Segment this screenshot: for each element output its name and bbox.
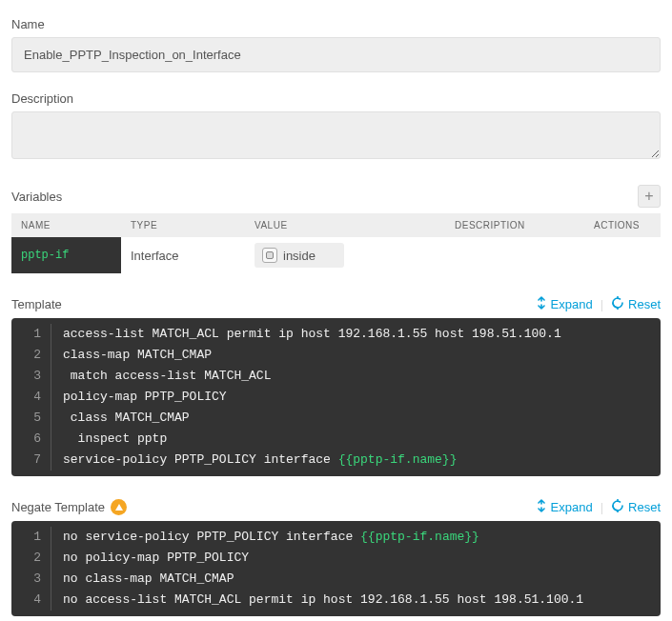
expand-icon	[536, 296, 547, 312]
var-value-cell: inside	[245, 237, 445, 273]
expand-icon	[536, 499, 547, 515]
code-line: 6 inspect pptp	[11, 429, 661, 450]
code-text: inspect pptp	[63, 429, 167, 450]
var-desc-cell	[445, 237, 584, 273]
line-number: 2	[11, 345, 51, 366]
code-line: 1no service-policy PPTP_POLICY interface…	[11, 527, 661, 548]
negate-expand-button[interactable]: Expand	[536, 499, 593, 515]
code-text: access-list MATCH_ACL permit ip host 192…	[63, 324, 561, 345]
code-text: no access-list MATCH_ACL permit ip host …	[63, 590, 583, 611]
reset-label: Reset	[628, 500, 661, 514]
divider: |	[601, 500, 603, 514]
line-number: 3	[11, 366, 51, 387]
warning-icon	[111, 499, 127, 515]
code-text: class-map MATCH_CMAP	[63, 345, 212, 366]
code-line: 7service-policy PPTP_POLICY interface {{…	[11, 450, 661, 471]
interface-icon	[262, 248, 277, 263]
line-number: 1	[11, 527, 51, 548]
var-type-cell: Interface	[121, 237, 245, 273]
line-number: 4	[11, 590, 51, 611]
code-line: 2no policy-map PPTP_POLICY	[11, 548, 661, 569]
template-reset-button[interactable]: Reset	[611, 296, 661, 312]
plus-icon: +	[644, 188, 653, 205]
variables-label: Variables	[11, 190, 62, 204]
table-row: pptp-if Interface inside	[11, 237, 661, 273]
description-input[interactable]	[11, 111, 661, 159]
value-chip[interactable]: inside	[255, 243, 344, 268]
template-label: Template	[11, 297, 62, 311]
code-line: 3 match access-list MATCH_ACL	[11, 366, 661, 387]
negate-reset-button[interactable]: Reset	[611, 499, 661, 515]
code-line: 1access-list MATCH_ACL permit ip host 19…	[11, 324, 661, 345]
col-name: NAME	[11, 213, 121, 237]
code-text: match access-list MATCH_ACL	[63, 366, 271, 387]
code-text: no policy-map PPTP_POLICY	[63, 548, 249, 569]
variables-table: NAME TYPE VALUE DESCRIPTION ACTIONS pptp…	[11, 213, 661, 273]
code-text: policy-map PPTP_POLICY	[63, 387, 227, 408]
name-input[interactable]	[11, 37, 661, 72]
line-number: 5	[11, 408, 51, 429]
code-line: 4no access-list MATCH_ACL permit ip host…	[11, 590, 661, 611]
line-number: 4	[11, 387, 51, 408]
col-description: DESCRIPTION	[445, 213, 584, 237]
add-variable-button[interactable]: +	[638, 185, 661, 208]
reset-icon	[611, 499, 624, 515]
negate-template-label: Negate Template	[11, 499, 127, 515]
var-actions-cell	[584, 237, 661, 273]
template-variable: {{pptp-if.name}}	[360, 530, 479, 544]
code-line: 5 class MATCH_CMAP	[11, 408, 661, 429]
reset-label: Reset	[628, 297, 661, 311]
col-actions: ACTIONS	[584, 213, 661, 237]
line-number: 1	[11, 324, 51, 345]
col-type: TYPE	[121, 213, 245, 237]
expand-label: Expand	[551, 297, 593, 311]
code-text: no service-policy PPTP_POLICY interface …	[63, 527, 479, 548]
negate-template-editor[interactable]: 1no service-policy PPTP_POLICY interface…	[11, 521, 661, 616]
expand-label: Expand	[551, 500, 593, 514]
var-name-cell: pptp-if	[11, 237, 121, 273]
code-text: class MATCH_CMAP	[63, 408, 190, 429]
divider: |	[601, 297, 603, 311]
code-text: no class-map MATCH_CMAP	[63, 569, 234, 590]
reset-icon	[611, 296, 624, 312]
line-number: 6	[11, 429, 51, 450]
line-number: 7	[11, 450, 51, 471]
line-number: 3	[11, 569, 51, 590]
code-text: service-policy PPTP_POLICY interface {{p…	[63, 450, 457, 471]
code-line: 4policy-map PPTP_POLICY	[11, 387, 661, 408]
line-number: 2	[11, 548, 51, 569]
template-expand-button[interactable]: Expand	[536, 296, 593, 312]
name-label: Name	[11, 17, 661, 31]
template-variable: {{pptp-if.name}}	[338, 452, 458, 467]
col-value: VALUE	[245, 213, 445, 237]
template-editor[interactable]: 1access-list MATCH_ACL permit ip host 19…	[11, 318, 661, 476]
description-label: Description	[11, 91, 661, 106]
code-line: 3no class-map MATCH_CMAP	[11, 569, 661, 590]
code-line: 2class-map MATCH_CMAP	[11, 345, 661, 366]
negate-label-text: Negate Template	[11, 500, 105, 514]
value-chip-text: inside	[283, 249, 316, 263]
